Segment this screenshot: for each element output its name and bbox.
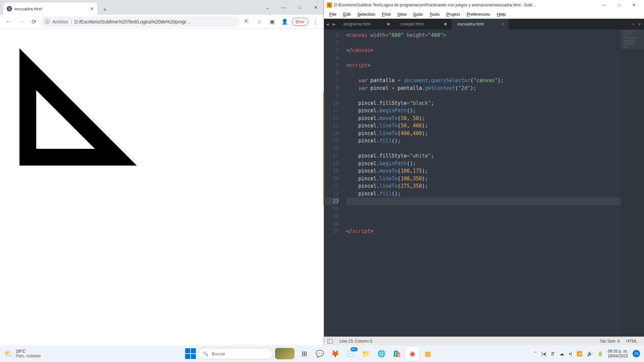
line-number[interactable]: 16 <box>325 145 339 153</box>
taskbar-store-icon[interactable]: 🛍️ <box>390 347 404 361</box>
taskbar-edge-icon[interactable]: 🌐 <box>374 347 388 361</box>
menu-edit[interactable]: Edit <box>340 12 354 17</box>
menu-preferences[interactable]: Preferences <box>463 12 493 17</box>
sublime-close-button[interactable]: ✕ <box>627 0 641 10</box>
code-line[interactable]: pincel.lineTo(50, 400); <box>346 122 621 130</box>
code-line[interactable]: pincel.fillStyle="black"; <box>346 100 621 107</box>
code-line[interactable]: pincel.beginPath(); <box>346 107 621 115</box>
menu-tools[interactable]: Tools <box>426 12 443 17</box>
taskbar-explorer-icon[interactable]: 📁 <box>359 347 373 361</box>
tray-wifi-icon[interactable]: 📶 <box>577 351 582 356</box>
code-line[interactable]: pincel.moveTo(50, 50); <box>346 115 621 122</box>
taskbar-chat-icon[interactable]: 💬 <box>313 347 327 361</box>
menu-find[interactable]: Find <box>379 12 394 17</box>
sublime-minimize-button[interactable]: — <box>597 0 612 10</box>
back-button[interactable]: ← <box>3 16 14 27</box>
code-line[interactable]: pincel.lineTo(100,350); <box>346 175 621 183</box>
menu-selection[interactable]: Selection <box>354 12 378 17</box>
line-number[interactable]: 5 <box>325 62 339 69</box>
new-tab-button[interactable]: + <box>100 5 110 15</box>
tray-ime-icon[interactable]: |◂| <box>541 351 546 356</box>
chrome-minimize-button[interactable]: — <box>275 0 291 15</box>
code-line[interactable] <box>346 197 621 205</box>
line-number[interactable]: 10 <box>325 100 339 107</box>
line-number[interactable]: 13 <box>325 122 339 130</box>
code-line[interactable]: </canvas> <box>346 47 621 54</box>
line-gutter[interactable]: 1234567891011121314151617181920212223242… <box>325 29 342 337</box>
line-number[interactable]: 26 <box>325 220 339 228</box>
tray-battery-icon[interactable]: 🔋 <box>597 351 603 356</box>
tray-tune-icon[interactable]: ⇵ <box>551 351 555 356</box>
code-line[interactable]: pincel.fill(); <box>346 137 621 145</box>
code-line[interactable] <box>346 145 621 153</box>
code-line[interactable]: var pantalla = document.querySelector("c… <box>346 77 621 84</box>
sublime-maximize-button[interactable]: □ <box>612 0 627 10</box>
line-number[interactable]: 20 <box>325 175 339 183</box>
reload-button[interactable]: ⟳ <box>28 16 40 27</box>
line-number[interactable]: 12 <box>325 115 339 122</box>
browser-tab[interactable]: S escuadra.html ✕ <box>3 3 97 15</box>
code-line[interactable]: pincel.beginPath(); <box>346 160 621 168</box>
taskbar-firefox-icon[interactable]: 🦊 <box>328 347 342 361</box>
menu-view[interactable]: View <box>394 12 410 17</box>
code-editor[interactable]: 1234567891011121314151617181920212223242… <box>324 29 644 337</box>
line-number[interactable]: 14 <box>325 130 339 137</box>
line-number[interactable]: 11 <box>325 107 339 115</box>
status-position[interactable]: Line 23, Column 5 <box>336 339 375 344</box>
start-button[interactable] <box>185 348 196 359</box>
chrome-close-button[interactable]: ✕ <box>308 0 324 15</box>
line-number[interactable]: 22 <box>325 190 339 198</box>
code-line[interactable]: pincel.lineTo(275,350); <box>346 182 621 190</box>
line-number[interactable]: 3 <box>325 47 339 54</box>
forward-button[interactable]: → <box>15 16 27 27</box>
menu-goto[interactable]: Goto <box>410 12 426 17</box>
line-number[interactable]: 27 <box>325 228 339 235</box>
line-number[interactable]: 9 <box>325 92 339 100</box>
tab-add-button[interactable]: ＋ <box>631 21 635 27</box>
weather-widget[interactable]: ⛅ 19°C Parc. nublado <box>4 349 91 359</box>
code-line[interactable]: var pincel = pantalla.getContext("2d"); <box>346 84 621 92</box>
menu-help[interactable]: Help <box>493 12 509 17</box>
code-line[interactable] <box>346 69 621 77</box>
line-number[interactable]: 6 <box>325 69 339 77</box>
tab-next-icon[interactable]: ▶ <box>331 19 337 29</box>
code-line[interactable] <box>346 39 621 47</box>
tray-overflow-icon[interactable]: ˄ <box>534 351 537 356</box>
code-line[interactable]: pincel.moveTo(100,175); <box>346 167 621 175</box>
url-input[interactable]: ⓘ Archivo D:/Escritorio/Sublime%20Text/L… <box>41 16 239 27</box>
error-chip[interactable]: Error <box>292 18 308 26</box>
tab-prev-icon[interactable]: ◀ <box>324 19 331 29</box>
code-line[interactable] <box>346 92 621 100</box>
bookmark-icon[interactable]: ☆ <box>254 16 265 27</box>
taskbar-task-view-icon[interactable]: ⊞ <box>297 347 311 361</box>
line-number[interactable]: 25 <box>325 213 339 220</box>
tray-volume-icon[interactable]: 🔊 <box>587 351 593 356</box>
tab-close-icon[interactable]: × <box>502 21 504 27</box>
tray-graph-icon[interactable]: ▪| <box>569 351 572 356</box>
line-number[interactable]: 15 <box>325 137 339 145</box>
sidebar-toggle-icon[interactable] <box>327 339 333 344</box>
taskbar-chrome-icon[interactable]: ◉ <box>405 347 419 361</box>
file-tab[interactable]: escuadra.html× <box>451 19 508 29</box>
taskbar-clock[interactable]: 09:33 p. m. 18/04/2023 <box>608 349 628 358</box>
file-tab[interactable]: programa.html <box>337 19 394 29</box>
code-line[interactable]: </script> <box>346 228 621 235</box>
code-line[interactable]: pincel.lineTo(400,400); <box>346 130 621 137</box>
share-icon[interactable]: ⇱ <box>241 16 252 27</box>
line-number[interactable]: 24 <box>325 205 339 213</box>
code-line[interactable]: pincel.fillStyle="white"; <box>346 152 621 160</box>
sidepanel-icon[interactable]: ▣ <box>266 16 278 27</box>
code-line[interactable] <box>346 213 621 220</box>
dirty-indicator-icon[interactable] <box>387 23 390 25</box>
search-highlight-image[interactable] <box>275 348 294 359</box>
chrome-maximize-button[interactable]: □ <box>291 0 308 15</box>
file-tab[interactable]: creeper.html <box>394 19 451 29</box>
site-info-icon[interactable]: ⓘ <box>45 19 50 25</box>
menu-file[interactable]: File <box>326 12 340 17</box>
code-line[interactable] <box>346 220 621 228</box>
dirty-indicator-icon[interactable] <box>444 23 447 25</box>
code-area[interactable]: <canvas width="600" height="400"></canva… <box>342 29 621 337</box>
sublime-titlebar[interactable]: S D:\Escritorio\Sublime Text\Logica de p… <box>324 0 644 10</box>
tab-menu-icon[interactable]: ▾ <box>639 22 641 26</box>
notification-badge[interactable]: 29 <box>633 350 640 357</box>
